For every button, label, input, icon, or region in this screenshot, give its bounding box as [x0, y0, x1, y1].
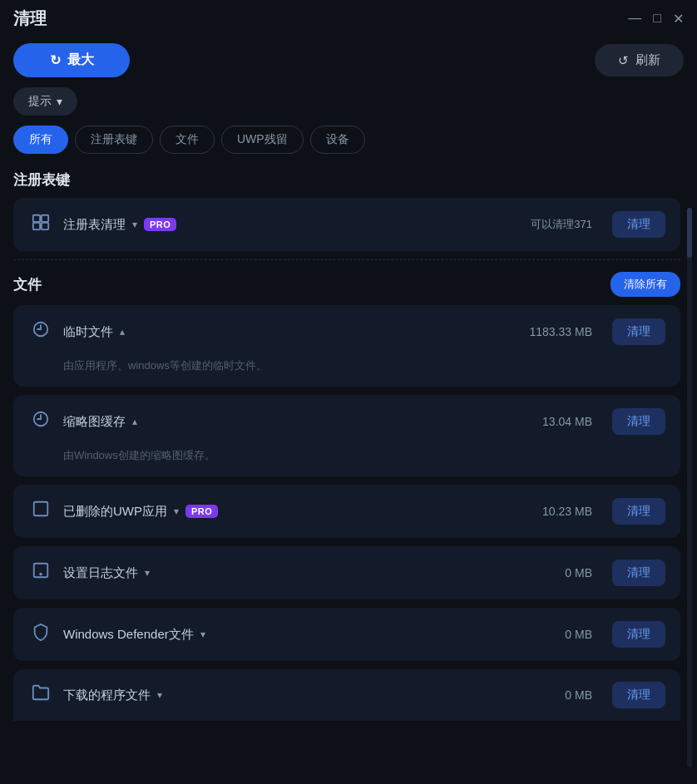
deleted-uwp-label: 已删除的UWP应用 ▾ PRO: [63, 504, 532, 520]
minimize-button[interactable]: —: [628, 11, 641, 26]
defender-clean-button[interactable]: 清理: [612, 621, 665, 648]
temp-files-main: 临时文件 ▴ 1183.33 MB 清理: [28, 318, 665, 345]
svg-rect-2: [33, 223, 40, 229]
registry-clean-label: 注册表清理 ▾ PRO: [63, 217, 521, 233]
svg-point-8: [40, 574, 42, 575]
svg-rect-0: [33, 215, 40, 222]
expand-icon2: ▴: [132, 416, 137, 427]
chevron-down-icon: ▾: [57, 95, 62, 108]
expand-icon4: ▾: [145, 567, 150, 579]
defender-label: Windows Defender文件 ▾: [63, 627, 555, 643]
settings-log-size: 0 MB: [565, 566, 592, 579]
temp-files-size: 1183.33 MB: [530, 325, 593, 338]
tab-devices[interactable]: 设备: [310, 126, 365, 154]
window-controls: — □ ✕: [628, 11, 684, 27]
deleted-uwp-icon: [28, 500, 53, 523]
tab-registry[interactable]: 注册表键: [75, 126, 153, 154]
expand-icon5: ▾: [200, 629, 205, 640]
thumbnail-cache-desc: 由Windows创建的缩略图缓存。: [28, 448, 665, 463]
registry-cleanable-text: 可以清理371: [531, 217, 592, 232]
action-row: ↻ 最大 ↺ 刷新: [13, 43, 684, 77]
thumbnail-cache-main: 缩略图缓存 ▴ 13.04 MB 清理: [28, 408, 665, 435]
svg-rect-1: [42, 215, 48, 222]
filter-tabs: 所有 注册表键 文件 UWP残留 设备: [13, 126, 684, 154]
expand-icon: ▴: [120, 326, 125, 338]
maximize-button[interactable]: □: [653, 11, 661, 26]
temp-files-label: 临时文件 ▴: [63, 324, 520, 340]
files-section-title: 文件: [13, 275, 42, 294]
deleted-uwp-size: 10.23 MB: [542, 505, 592, 518]
expand-arrow-icon: ▾: [132, 219, 137, 230]
scrollbar-thumb[interactable]: [687, 208, 692, 258]
hint-button[interactable]: 提示 ▾: [13, 87, 77, 116]
max-label: 最大: [67, 52, 94, 69]
refresh-icon: ↺: [618, 53, 629, 68]
thumbnail-cache-card: 缩略图缓存 ▴ 13.04 MB 清理 由Windows创建的缩略图缓存。: [13, 395, 680, 476]
expand-icon6: ▾: [157, 689, 162, 701]
registry-clean-card: 注册表清理 ▾ PRO 可以清理371 清理: [13, 198, 680, 251]
settings-log-card: 设置日志文件 ▾ 0 MB 清理: [13, 546, 680, 599]
defender-card: Windows Defender文件 ▾ 0 MB 清理: [13, 608, 680, 661]
hint-row: 提示 ▾: [13, 87, 684, 116]
registry-section-heading: 注册表键: [13, 170, 680, 190]
pro-badge: PRO: [144, 218, 176, 231]
tab-files[interactable]: 文件: [160, 126, 215, 154]
expand-icon3: ▾: [174, 505, 179, 517]
uwp-pro-badge: PRO: [185, 505, 218, 518]
refresh-label: 刷新: [635, 52, 660, 68]
settings-log-icon: [28, 561, 53, 584]
temp-files-card: 临时文件 ▴ 1183.33 MB 清理 由应用程序、windows等创建的临时…: [13, 305, 680, 387]
deleted-uwp-card: 已删除的UWP应用 ▾ PRO 10.23 MB 清理: [13, 485, 680, 538]
thumbnail-cache-icon: [28, 410, 53, 433]
downloaded-programs-card: 下载的程序文件 ▾ 0 MB 清理: [13, 669, 680, 721]
main-content: ↻ 最大 ↺ 刷新 提示 ▾ 所有 注册表键 文件 UWP残留 设备: [0, 43, 697, 780]
clear-all-button[interactable]: 清除所有: [610, 272, 680, 297]
main-scroll-area[interactable]: 注册表键 注册表清理 ▾ PRO 可以清理371 清理: [13, 167, 684, 780]
section-divider: [13, 259, 680, 260]
temp-files-clean-button[interactable]: 清理: [612, 318, 665, 345]
temp-files-icon: [28, 320, 53, 343]
thumbnail-cache-clean-button[interactable]: 清理: [612, 408, 665, 435]
title-bar: 清理 — □ ✕: [0, 0, 697, 37]
temp-files-desc: 由应用程序、windows等创建的临时文件。: [28, 358, 665, 373]
files-section-heading: 文件 清除所有: [13, 272, 680, 297]
settings-log-clean-button[interactable]: 清理: [612, 560, 665, 586]
registry-clean-button[interactable]: 清理: [612, 211, 665, 238]
refresh-button[interactable]: ↺ 刷新: [595, 44, 684, 76]
max-button[interactable]: ↻ 最大: [13, 43, 130, 77]
thumbnail-cache-label: 缩略图缓存 ▴: [63, 414, 532, 430]
svg-rect-3: [42, 223, 48, 229]
tab-all[interactable]: 所有: [13, 126, 68, 154]
defender-icon: [28, 623, 53, 646]
downloaded-programs-label: 下载的程序文件 ▾: [63, 688, 555, 703]
tab-uwp[interactable]: UWP残留: [221, 126, 304, 154]
deleted-uwp-clean-button[interactable]: 清理: [612, 498, 665, 525]
thumbnail-cache-size: 13.04 MB: [542, 415, 592, 428]
settings-log-label: 设置日志文件 ▾: [63, 565, 555, 581]
svg-rect-6: [34, 502, 48, 516]
close-button[interactable]: ✕: [673, 11, 684, 27]
defender-size: 0 MB: [565, 628, 592, 641]
scrollbar-track: [687, 208, 692, 767]
registry-section-title: 注册表键: [13, 170, 70, 190]
downloaded-programs-size: 0 MB: [565, 688, 592, 702]
downloaded-programs-clean-button[interactable]: 清理: [612, 682, 665, 708]
downloaded-programs-icon: [28, 683, 53, 707]
max-icon: ↻: [50, 52, 61, 68]
registry-icon: [28, 213, 53, 236]
page-title: 清理: [13, 7, 47, 30]
hint-label: 提示: [28, 94, 52, 109]
